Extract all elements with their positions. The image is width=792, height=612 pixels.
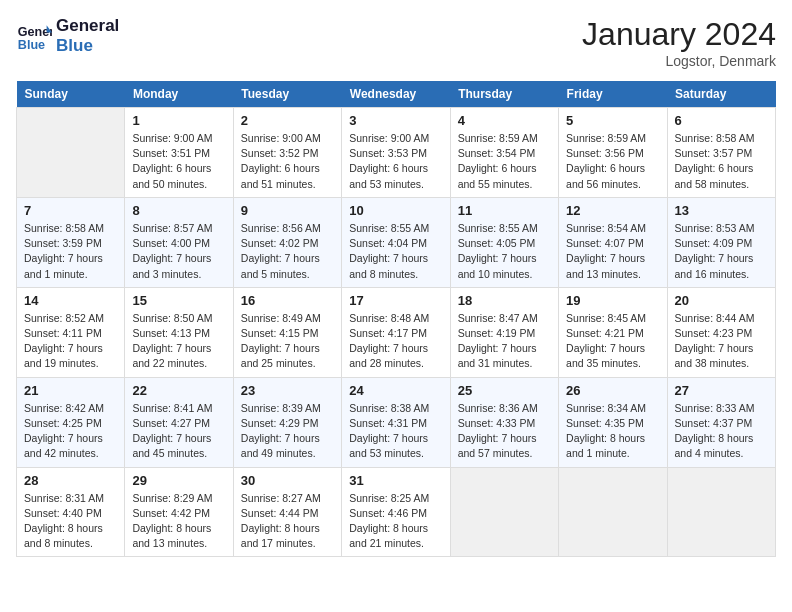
daylight-label: Daylight: 8 hours and 4 minutes. (675, 432, 754, 459)
daylight-label: Daylight: 6 hours and 55 minutes. (458, 162, 537, 189)
sunrise-label: Sunrise: 8:39 AM (241, 402, 321, 414)
calendar-cell: 29Sunrise: 8:29 AMSunset: 4:42 PMDayligh… (125, 467, 233, 557)
weekday-header: Monday (125, 81, 233, 108)
calendar-week: 14Sunrise: 8:52 AMSunset: 4:11 PMDayligh… (17, 287, 776, 377)
sunrise-label: Sunrise: 8:36 AM (458, 402, 538, 414)
daylight-label: Daylight: 8 hours and 17 minutes. (241, 522, 320, 549)
day-info: Sunrise: 8:41 AMSunset: 4:27 PMDaylight:… (132, 401, 225, 462)
daylight-label: Daylight: 6 hours and 56 minutes. (566, 162, 645, 189)
calendar-cell: 2Sunrise: 9:00 AMSunset: 3:52 PMDaylight… (233, 108, 341, 198)
sunset-label: Sunset: 4:02 PM (241, 237, 319, 249)
calendar-cell: 28Sunrise: 8:31 AMSunset: 4:40 PMDayligh… (17, 467, 125, 557)
day-info: Sunrise: 8:42 AMSunset: 4:25 PMDaylight:… (24, 401, 117, 462)
sunrise-label: Sunrise: 8:27 AM (241, 492, 321, 504)
daylight-label: Daylight: 7 hours and 22 minutes. (132, 342, 211, 369)
sunset-label: Sunset: 4:25 PM (24, 417, 102, 429)
sunrise-label: Sunrise: 8:34 AM (566, 402, 646, 414)
sunset-label: Sunset: 3:52 PM (241, 147, 319, 159)
day-info: Sunrise: 8:45 AMSunset: 4:21 PMDaylight:… (566, 311, 659, 372)
calendar-cell (667, 467, 775, 557)
day-number: 22 (132, 383, 225, 398)
daylight-label: Daylight: 7 hours and 25 minutes. (241, 342, 320, 369)
calendar-cell: 6Sunrise: 8:58 AMSunset: 3:57 PMDaylight… (667, 108, 775, 198)
calendar-cell: 27Sunrise: 8:33 AMSunset: 4:37 PMDayligh… (667, 377, 775, 467)
day-number: 28 (24, 473, 117, 488)
day-number: 4 (458, 113, 551, 128)
sunset-label: Sunset: 4:31 PM (349, 417, 427, 429)
calendar-cell: 26Sunrise: 8:34 AMSunset: 4:35 PMDayligh… (559, 377, 667, 467)
day-info: Sunrise: 8:27 AMSunset: 4:44 PMDaylight:… (241, 491, 334, 552)
sunset-label: Sunset: 4:05 PM (458, 237, 536, 249)
daylight-label: Daylight: 6 hours and 53 minutes. (349, 162, 428, 189)
daylight-label: Daylight: 6 hours and 58 minutes. (675, 162, 754, 189)
day-info: Sunrise: 8:56 AMSunset: 4:02 PMDaylight:… (241, 221, 334, 282)
daylight-label: Daylight: 8 hours and 1 minute. (566, 432, 645, 459)
calendar-cell: 31Sunrise: 8:25 AMSunset: 4:46 PMDayligh… (342, 467, 450, 557)
daylight-label: Daylight: 7 hours and 53 minutes. (349, 432, 428, 459)
day-number: 14 (24, 293, 117, 308)
day-info: Sunrise: 8:29 AMSunset: 4:42 PMDaylight:… (132, 491, 225, 552)
calendar-cell: 11Sunrise: 8:55 AMSunset: 4:05 PMDayligh… (450, 197, 558, 287)
sunset-label: Sunset: 4:42 PM (132, 507, 210, 519)
day-info: Sunrise: 8:58 AMSunset: 3:59 PMDaylight:… (24, 221, 117, 282)
day-info: Sunrise: 8:50 AMSunset: 4:13 PMDaylight:… (132, 311, 225, 372)
day-number: 1 (132, 113, 225, 128)
sunrise-label: Sunrise: 8:33 AM (675, 402, 755, 414)
day-number: 26 (566, 383, 659, 398)
sunset-label: Sunset: 4:27 PM (132, 417, 210, 429)
daylight-label: Daylight: 7 hours and 45 minutes. (132, 432, 211, 459)
sunset-label: Sunset: 4:23 PM (675, 327, 753, 339)
day-info: Sunrise: 8:57 AMSunset: 4:00 PMDaylight:… (132, 221, 225, 282)
day-info: Sunrise: 9:00 AMSunset: 3:51 PMDaylight:… (132, 131, 225, 192)
sunset-label: Sunset: 3:53 PM (349, 147, 427, 159)
calendar-cell (17, 108, 125, 198)
daylight-label: Daylight: 7 hours and 10 minutes. (458, 252, 537, 279)
calendar-cell: 17Sunrise: 8:48 AMSunset: 4:17 PMDayligh… (342, 287, 450, 377)
sunset-label: Sunset: 4:35 PM (566, 417, 644, 429)
day-number: 12 (566, 203, 659, 218)
day-info: Sunrise: 8:25 AMSunset: 4:46 PMDaylight:… (349, 491, 442, 552)
sunrise-label: Sunrise: 8:59 AM (566, 132, 646, 144)
calendar-cell: 14Sunrise: 8:52 AMSunset: 4:11 PMDayligh… (17, 287, 125, 377)
day-info: Sunrise: 8:55 AMSunset: 4:05 PMDaylight:… (458, 221, 551, 282)
weekday-header: Tuesday (233, 81, 341, 108)
day-info: Sunrise: 9:00 AMSunset: 3:52 PMDaylight:… (241, 131, 334, 192)
calendar-week: 7Sunrise: 8:58 AMSunset: 3:59 PMDaylight… (17, 197, 776, 287)
day-info: Sunrise: 8:34 AMSunset: 4:35 PMDaylight:… (566, 401, 659, 462)
sunset-label: Sunset: 4:07 PM (566, 237, 644, 249)
day-number: 20 (675, 293, 768, 308)
day-info: Sunrise: 8:52 AMSunset: 4:11 PMDaylight:… (24, 311, 117, 372)
calendar-cell: 23Sunrise: 8:39 AMSunset: 4:29 PMDayligh… (233, 377, 341, 467)
calendar-cell: 12Sunrise: 8:54 AMSunset: 4:07 PMDayligh… (559, 197, 667, 287)
calendar-cell: 19Sunrise: 8:45 AMSunset: 4:21 PMDayligh… (559, 287, 667, 377)
sunset-label: Sunset: 4:19 PM (458, 327, 536, 339)
logo-general: General (56, 16, 119, 36)
logo-icon: General Blue (16, 18, 52, 54)
daylight-label: Daylight: 6 hours and 51 minutes. (241, 162, 320, 189)
calendar-cell: 30Sunrise: 8:27 AMSunset: 4:44 PMDayligh… (233, 467, 341, 557)
daylight-label: Daylight: 7 hours and 1 minute. (24, 252, 103, 279)
sunrise-label: Sunrise: 9:00 AM (349, 132, 429, 144)
daylight-label: Daylight: 8 hours and 8 minutes. (24, 522, 103, 549)
calendar-week: 21Sunrise: 8:42 AMSunset: 4:25 PMDayligh… (17, 377, 776, 467)
day-info: Sunrise: 9:00 AMSunset: 3:53 PMDaylight:… (349, 131, 442, 192)
calendar-cell: 22Sunrise: 8:41 AMSunset: 4:27 PMDayligh… (125, 377, 233, 467)
daylight-label: Daylight: 7 hours and 38 minutes. (675, 342, 754, 369)
sunrise-label: Sunrise: 8:50 AM (132, 312, 212, 324)
daylight-label: Daylight: 8 hours and 21 minutes. (349, 522, 428, 549)
page-header: General Blue General Blue January 2024 L… (16, 16, 776, 69)
day-info: Sunrise: 8:47 AMSunset: 4:19 PMDaylight:… (458, 311, 551, 372)
day-number: 3 (349, 113, 442, 128)
sunrise-label: Sunrise: 8:56 AM (241, 222, 321, 234)
sunrise-label: Sunrise: 8:58 AM (24, 222, 104, 234)
sunrise-label: Sunrise: 8:55 AM (458, 222, 538, 234)
sunset-label: Sunset: 3:51 PM (132, 147, 210, 159)
daylight-label: Daylight: 7 hours and 35 minutes. (566, 342, 645, 369)
day-number: 15 (132, 293, 225, 308)
calendar-cell: 21Sunrise: 8:42 AMSunset: 4:25 PMDayligh… (17, 377, 125, 467)
day-info: Sunrise: 8:33 AMSunset: 4:37 PMDaylight:… (675, 401, 768, 462)
day-info: Sunrise: 8:44 AMSunset: 4:23 PMDaylight:… (675, 311, 768, 372)
calendar-cell: 13Sunrise: 8:53 AMSunset: 4:09 PMDayligh… (667, 197, 775, 287)
daylight-label: Daylight: 7 hours and 8 minutes. (349, 252, 428, 279)
calendar-table: SundayMondayTuesdayWednesdayThursdayFrid… (16, 81, 776, 557)
